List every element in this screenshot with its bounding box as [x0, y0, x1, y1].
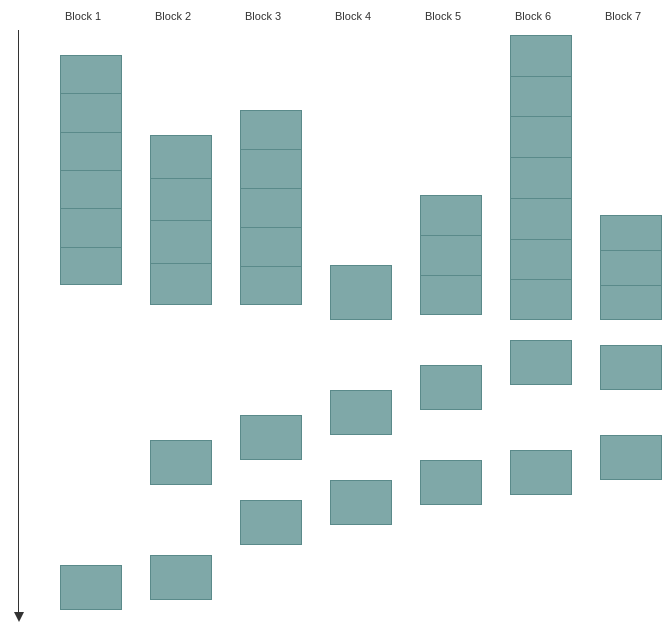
segment-line [240, 227, 302, 228]
segment-line [510, 76, 572, 77]
segment-line [510, 279, 572, 280]
segment-line [510, 198, 572, 199]
block-rect-b7-top [600, 215, 662, 320]
block-label-3: Block 3 [245, 10, 281, 22]
block-rect-b3-mid2 [240, 500, 302, 545]
block-label-6: Block 6 [515, 10, 551, 22]
block-label-4: Block 4 [335, 10, 371, 22]
block-rect-b5-mid [420, 365, 482, 410]
segment-line [240, 149, 302, 150]
segment-line [600, 250, 662, 251]
block-rect-b4-mid [330, 390, 392, 435]
segment-line [240, 266, 302, 267]
segment-line [420, 275, 482, 276]
block-label-7: Block 7 [605, 10, 641, 22]
block-rect-b1-mid [60, 565, 122, 610]
block-rect-b6-mid [510, 340, 572, 385]
block-rect-b4-mid2 [330, 480, 392, 525]
block-rect-b7-mid2 [600, 435, 662, 480]
block-rect-b2-mid2 [150, 555, 212, 600]
block-rect-b5-top [420, 195, 482, 315]
segment-line [150, 178, 212, 179]
block-label-2: Block 2 [155, 10, 191, 22]
segment-line [150, 220, 212, 221]
segment-line [240, 188, 302, 189]
segment-line [420, 235, 482, 236]
block-label-5: Block 5 [425, 10, 461, 22]
segment-line [60, 132, 122, 133]
block-rect-b6-top [510, 35, 572, 320]
chart-area: Block 1Block 2Block 3Block 4Block 5Block… [0, 0, 668, 644]
block-rect-b7-mid [600, 345, 662, 390]
segment-line [60, 93, 122, 94]
block-rect-b6-mid2 [510, 450, 572, 495]
segment-line [60, 170, 122, 171]
block-rect-b3-mid [240, 415, 302, 460]
block-rect-b2-mid [150, 440, 212, 485]
block-label-1: Block 1 [65, 10, 101, 22]
segment-line [60, 247, 122, 248]
segment-line [600, 285, 662, 286]
segment-line [150, 263, 212, 264]
time-axis [18, 30, 19, 614]
block-rect-b3-top [240, 110, 302, 305]
segment-line [510, 116, 572, 117]
segment-line [510, 157, 572, 158]
segment-line [60, 208, 122, 209]
block-rect-b5-mid2 [420, 460, 482, 505]
block-rect-b4-top [330, 265, 392, 320]
segment-line [510, 239, 572, 240]
